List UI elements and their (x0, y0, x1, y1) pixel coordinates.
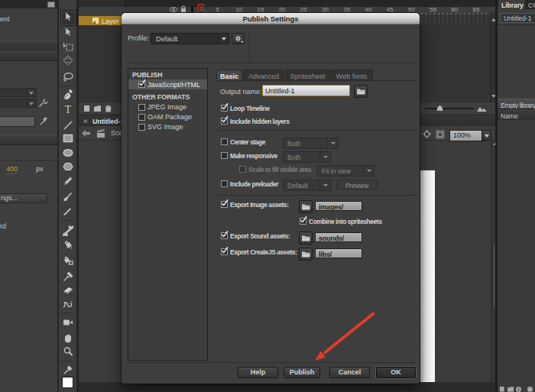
svg-text:T: T (65, 104, 72, 115)
